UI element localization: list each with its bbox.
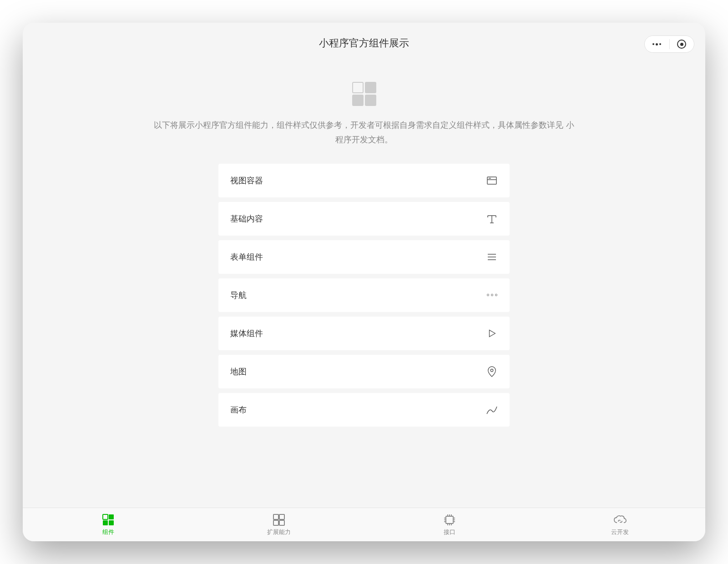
more-button[interactable]	[645, 36, 669, 52]
header: 小程序官方组件展示	[23, 23, 705, 64]
svg-rect-17	[273, 514, 278, 519]
svg-rect-20	[279, 520, 284, 525]
svg-rect-14	[109, 514, 114, 519]
view-container-icon	[486, 175, 498, 186]
component-list: 视图容器 基础内容 表单组件 导航	[218, 164, 510, 427]
list-item-nav[interactable]: 导航	[218, 278, 510, 312]
tabbar: 组件 扩展能力 接口 云开发	[23, 508, 705, 541]
svg-rect-13	[103, 514, 108, 519]
list-item-label: 基础内容	[230, 213, 263, 224]
logo-area	[23, 64, 705, 118]
content-scroll[interactable]: 以下将展示小程序官方组件能力，组件样式仅供参考，开发者可根据自身需求自定义组件样…	[23, 64, 705, 508]
svg-rect-15	[103, 520, 108, 525]
svg-rect-18	[279, 514, 284, 519]
nav-icon	[486, 289, 498, 301]
logo-grid-icon	[352, 82, 376, 106]
more-icon	[652, 43, 661, 45]
description-text: 以下将展示小程序官方组件能力，组件样式仅供参考，开发者可根据自身需求自定义组件样…	[154, 121, 566, 130]
list-item-label: 地图	[230, 366, 247, 377]
tab-api[interactable]: 接口	[364, 508, 535, 541]
list-item-map[interactable]: 地图	[218, 355, 510, 388]
page-title: 小程序官方组件展示	[319, 36, 409, 50]
svg-rect-21	[446, 516, 453, 524]
tab-label: 接口	[444, 528, 455, 536]
canvas-icon	[486, 404, 498, 416]
list-item-view-container[interactable]: 视图容器	[218, 164, 510, 197]
list-item-label: 表单组件	[230, 252, 263, 262]
list-item-label: 媒体组件	[230, 328, 263, 339]
cloud-icon	[613, 513, 627, 527]
close-button[interactable]	[669, 36, 694, 52]
description: 以下将展示小程序官方组件能力，组件样式仅供参考，开发者可根据自身需求自定义组件样…	[23, 118, 705, 164]
svg-point-12	[490, 369, 493, 372]
tab-label: 云开发	[611, 528, 629, 536]
list-item-label: 视图容器	[230, 175, 263, 186]
tab-extensions[interactable]: 扩展能力	[193, 508, 364, 541]
tab-label: 扩展能力	[267, 528, 291, 536]
list-item-media[interactable]: 媒体组件	[218, 317, 510, 350]
extensions-icon	[272, 513, 286, 527]
list-item-canvas[interactable]: 画布	[218, 393, 510, 427]
svg-marker-11	[490, 330, 495, 337]
svg-rect-19	[273, 520, 278, 525]
api-icon	[443, 513, 456, 527]
list-item-basic-content[interactable]: 基础内容	[218, 202, 510, 236]
app-window: 小程序官方组件展示 以下将展示小程序官方组件能力，组件样式仅供参考，开发者可根据…	[23, 23, 705, 541]
components-icon	[101, 513, 115, 527]
list-item-label: 导航	[230, 290, 247, 301]
target-icon	[677, 40, 686, 49]
list-item-form[interactable]: 表单组件	[218, 240, 510, 274]
tab-label: 组件	[102, 528, 114, 536]
svg-rect-16	[109, 520, 114, 525]
play-icon	[486, 327, 498, 339]
map-pin-icon	[486, 366, 498, 378]
form-icon	[486, 251, 498, 263]
text-icon	[486, 213, 498, 225]
capsule-button-group	[644, 35, 694, 53]
tab-components[interactable]: 组件	[23, 508, 193, 541]
list-item-label: 画布	[230, 404, 247, 415]
description-text-end: 。	[384, 135, 393, 144]
tab-cloud[interactable]: 云开发	[535, 508, 705, 541]
